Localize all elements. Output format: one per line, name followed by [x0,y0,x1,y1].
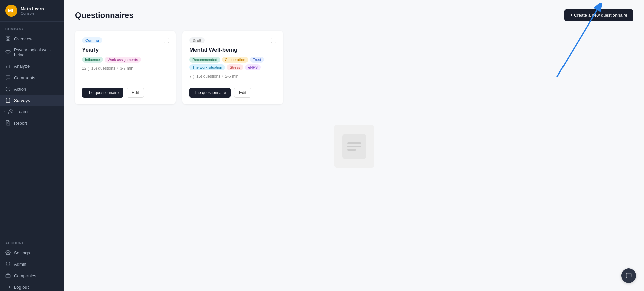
tag-recommended: Recommended [189,57,220,63]
settings-icon [5,250,11,255]
sidebar-item-logout[interactable]: Log out [0,281,64,291]
questions-info: 12 (+15) questions [82,66,115,71]
grid-icon [5,36,11,41]
svg-point-8 [9,110,11,111]
sidebar-item-label: Team [17,109,28,114]
sidebar-item-label: Report [14,120,27,126]
tag-cooperation: Cooperation [222,57,248,63]
status-badge-coming: Coming [82,37,102,43]
illustration-line [347,142,361,144]
questionnaire-button-yearly[interactable]: The questionnaire [82,88,123,98]
sidebar-item-team[interactable]: › Team [0,106,64,117]
briefcase-icon [5,273,11,278]
sidebar-item-analyze[interactable]: Analyze [0,60,64,72]
log-out-icon [5,284,11,290]
illustration-line-short [347,149,356,151]
chat-button[interactable] [621,268,636,283]
cards-row: Coming Yearly Influence Work assignments… [75,31,633,104]
chevron-right-icon: › [4,110,5,113]
svg-rect-2 [6,39,8,41]
sidebar-item-label: Settings [14,250,30,255]
company-section-label: COMPANY [0,22,64,33]
sidebar-item-label: Analyze [14,64,30,69]
questionnaire-button-mental[interactable]: The questionnaire [189,88,231,98]
tag-influence: Influence [82,57,103,63]
bar-chart-icon [5,63,11,69]
illustration-inner [342,134,366,159]
sidebar-item-settings[interactable]: Settings [0,247,64,258]
chat-icon [625,272,632,279]
logo-text: Meta Learn Console [21,6,44,15]
card-checkbox[interactable] [164,38,169,43]
card-yearly: Coming Yearly Influence Work assignments… [75,31,176,104]
page-header: Questionnaires + Create a new questionna… [75,9,633,21]
time-info-mental: 2-6 min [225,74,238,79]
card-checkbox-mental[interactable] [271,38,276,43]
card-meta-mental: 7 (+15) questions • 2-6 min [189,74,276,79]
sidebar-nav: COMPANY Overview Psychological well-bein… [0,22,64,291]
svg-rect-3 [8,39,10,41]
sidebar-item-surveys[interactable]: Surveys [0,95,64,106]
shield-icon [5,261,11,267]
illustration-box [334,125,374,168]
sidebar-item-label: Overview [14,36,32,41]
card-actions-mental: The questionnaire Edit [189,88,276,98]
main-content: Questionnaires + Create a new questionna… [64,0,644,291]
file-text-icon [5,120,11,126]
app-subtitle: Console [21,11,44,15]
illustration-line [347,146,361,147]
svg-rect-7 [7,98,9,99]
sidebar-item-label: Surveys [14,98,30,103]
sidebar-item-label: Action [14,87,26,92]
sidebar-item-label: Admin [14,262,26,267]
sidebar-item-label: Psychological well-being [14,47,59,57]
check-circle-icon [5,86,11,92]
edit-button-yearly[interactable]: Edit [127,88,144,98]
illustration-lines [347,142,361,151]
account-section-label: ACCOUNT [0,236,64,247]
heart-icon [5,50,11,55]
app-name: Meta Learn [21,6,44,11]
sidebar-item-overview[interactable]: Overview [0,33,64,44]
card-actions-yearly: The questionnaire Edit [82,88,169,98]
sidebar-item-comments[interactable]: Comments [0,72,64,83]
tag-work-assignments: Work assignments [105,57,141,63]
svg-rect-1 [8,37,10,38]
create-questionnaire-button[interactable]: + Create a new questionnaire [564,9,633,21]
tag-enps: eNPS [245,64,261,70]
card-mental-wellbeing: Draft Mental Well-being Recommended Coop… [182,31,283,104]
card-title-yearly: Yearly [82,47,169,53]
card-meta-yearly: 12 (+15) questions • 3-7 min [82,66,169,71]
sidebar-logo: ML Meta Learn Console [0,0,64,22]
sidebar-item-action[interactable]: Action [0,83,64,95]
card-header-row: Coming [82,37,169,43]
edit-button-mental[interactable]: Edit [234,88,251,98]
sidebar-item-label: Log out [14,285,29,290]
sidebar: ML Meta Learn Console COMPANY Overview P… [0,0,64,291]
sidebar-item-report[interactable]: Report [0,117,64,129]
avatar-initials: ML [8,8,15,13]
tag-trust: Trust [250,57,264,63]
empty-illustration [75,125,633,168]
tag-work-situation: The work situation [189,64,225,70]
time-info: 3-7 min [120,66,133,71]
sidebar-item-psychological-wellbeing[interactable]: Psychological well-being [0,44,64,60]
sidebar-item-admin[interactable]: Admin [0,258,64,270]
questions-info-mental: 7 (+15) questions [189,74,220,79]
card-header-row-mental: Draft [189,37,276,43]
users-icon [8,109,13,114]
status-badge-draft: Draft [189,37,205,43]
logo-avatar: ML [5,5,17,17]
page-title: Questionnaires [75,11,134,20]
card-title-mental: Mental Well-being [189,47,276,53]
tags-row-yearly: Influence Work assignments [82,57,169,63]
message-icon [5,75,11,80]
tags-row-mental: Recommended Cooperation Trust The work s… [189,57,276,70]
svg-rect-12 [6,275,10,278]
clipboard-icon [5,98,11,103]
tag-stress: Stress [227,64,243,70]
sidebar-item-label: Comments [14,75,35,80]
svg-rect-0 [6,37,8,38]
svg-point-11 [7,252,9,253]
sidebar-item-companies[interactable]: Companies [0,270,64,281]
